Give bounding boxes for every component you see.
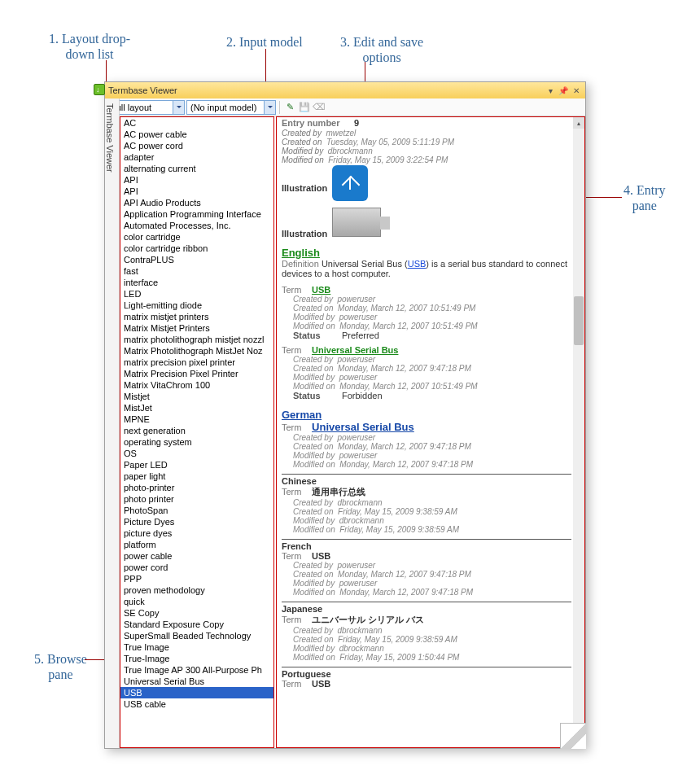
list-item[interactable]: alternating current xyxy=(120,163,273,174)
list-item[interactable]: matrix photolithograph mistjet nozzl xyxy=(120,334,273,345)
list-item[interactable]: True Image AP 300 All-Purpose Ph xyxy=(120,664,273,676)
close-icon[interactable]: ✕ xyxy=(571,85,582,96)
meta: Modified by xyxy=(293,644,335,653)
list-item[interactable]: picture dyes xyxy=(120,527,273,539)
pin-icon[interactable]: 📌 xyxy=(558,85,569,96)
input-model-value: (No input model) xyxy=(190,103,256,112)
definition-link[interactable]: USB xyxy=(408,259,427,269)
list-item[interactable]: Picture Dyes xyxy=(120,516,273,527)
list-item[interactable]: Light-emitting diode xyxy=(120,300,273,311)
term-value[interactable]: Universal Serial Bus xyxy=(312,421,414,433)
meta: Created on xyxy=(293,364,333,373)
list-item[interactable]: OS xyxy=(120,448,273,459)
list-item[interactable]: interface xyxy=(120,277,273,288)
list-item[interactable]: ContraPLUS xyxy=(120,254,273,265)
list-item[interactable]: API xyxy=(120,174,273,186)
lang-japanese: Japanese xyxy=(282,604,322,614)
definition-label: Definition xyxy=(282,259,319,269)
entry-pane: ▴ ▾ Entry number 9 Created by mwetzel Cr… xyxy=(276,116,585,748)
list-item[interactable]: LED xyxy=(120,288,273,300)
meta: Modified by xyxy=(293,313,335,322)
list-item[interactable]: power cable xyxy=(120,550,273,562)
meta: Created by xyxy=(293,295,333,304)
list-item[interactable]: proven methodology xyxy=(120,584,273,596)
vertical-tab[interactable]: Termbase Viewer xyxy=(105,98,120,748)
list-item[interactable]: Mistjet xyxy=(120,391,273,402)
list-item[interactable]: Matrix VitaChrom 100 xyxy=(120,379,273,391)
list-item[interactable]: matrix mistjet printers xyxy=(120,311,273,322)
meta: Monday, March 12, 2007 10:51:49 PM xyxy=(339,382,477,391)
list-item[interactable]: platform xyxy=(120,539,273,550)
list-item[interactable]: SE Copy xyxy=(120,607,273,619)
browse-pane[interactable]: ACAC power cableAC power cordadapteralte… xyxy=(120,116,274,748)
list-item[interactable]: Standard Exposure Copy xyxy=(120,619,273,630)
list-item[interactable]: photo-printer xyxy=(120,482,273,493)
list-item[interactable]: adapter xyxy=(120,151,273,163)
list-item[interactable]: AC xyxy=(120,117,273,129)
term-value[interactable]: USB xyxy=(312,551,330,561)
app-icon xyxy=(94,84,105,95)
titlebar[interactable]: Termbase Viewer ▾ 📌 ✕ xyxy=(105,82,585,98)
list-item[interactable]: AC power cord xyxy=(120,140,273,151)
callout-editsave: 3. Edit and save options xyxy=(340,34,423,65)
list-item[interactable]: True-Image xyxy=(120,653,273,664)
meta: Modified by xyxy=(293,516,335,525)
divider xyxy=(282,539,571,540)
entry-number: 9 xyxy=(354,118,359,128)
term-value[interactable]: USB xyxy=(312,285,330,295)
term-value[interactable]: Universal Serial Bus xyxy=(312,345,398,355)
meta: Modified on xyxy=(293,653,335,662)
callout-browsepane: 5. Browse pane xyxy=(34,651,87,682)
term-value[interactable]: 通用串行总线 xyxy=(312,487,365,497)
term-label: Term xyxy=(282,615,309,624)
list-item[interactable]: next generation xyxy=(120,425,273,436)
list-item[interactable]: USB xyxy=(120,687,273,698)
list-item[interactable]: MPNE xyxy=(120,414,273,425)
list-item[interactable]: power cord xyxy=(120,562,273,573)
status-value: Forbidden xyxy=(342,391,383,400)
list-item[interactable]: Matrix Photolithograph MistJet Noz xyxy=(120,345,273,357)
list-item[interactable]: Matrix Precision Pixel Printer xyxy=(120,368,273,379)
list-item[interactable]: operating system xyxy=(120,436,273,448)
list-item[interactable]: True Image xyxy=(120,641,273,653)
edit-icon[interactable]: ✎ xyxy=(283,101,296,114)
list-item[interactable]: Paper LED xyxy=(120,459,273,470)
list-item[interactable]: PhotoSpan xyxy=(120,505,273,516)
entry-content: Entry number 9 Created by mwetzel Create… xyxy=(282,117,571,747)
meta: poweruser xyxy=(339,313,378,322)
meta: Modified by xyxy=(293,373,335,382)
list-item[interactable]: fast xyxy=(120,265,273,277)
list-item[interactable]: quick xyxy=(120,596,273,607)
scroll-up-icon[interactable]: ▴ xyxy=(573,117,584,129)
list-item[interactable]: paper light xyxy=(120,470,273,482)
list-item[interactable]: USB cable xyxy=(120,698,273,710)
meta: Created on xyxy=(293,442,333,451)
list-item[interactable]: color cartridge ribbon xyxy=(120,243,273,254)
list-item[interactable]: Automated Processes, Inc. xyxy=(120,220,273,231)
list-item[interactable]: Matrix Mistjet Printers xyxy=(120,322,273,334)
term-value[interactable]: ユニバーサル シリアル バス xyxy=(312,615,424,624)
list-item[interactable]: API Audio Products xyxy=(120,197,273,208)
label-modified-by: Modified by xyxy=(282,147,323,155)
list-item[interactable]: matrix precision pixel printer xyxy=(120,357,273,368)
input-model-dropdown[interactable]: (No input model) xyxy=(186,100,276,115)
list-item[interactable]: Application Programming Interface xyxy=(120,208,273,220)
dropdown-icon[interactable]: ▾ xyxy=(545,85,556,96)
meta: Modified on xyxy=(293,382,335,391)
list-item[interactable]: Universal Serial Bus xyxy=(120,676,273,687)
list-item[interactable]: AC power cable xyxy=(120,129,273,140)
scrollbar[interactable]: ▴ ▾ xyxy=(573,117,584,747)
client-area: ACAC power cableAC power cordadapteralte… xyxy=(120,116,585,748)
list-item[interactable]: SuperSmall Beaded Technology xyxy=(120,630,273,641)
meta: Modified on xyxy=(293,460,335,469)
illustration-label: Illustration xyxy=(282,183,327,193)
list-item[interactable]: photo printer xyxy=(120,493,273,505)
window-title: Termbase Viewer xyxy=(108,85,543,95)
list-item[interactable]: API xyxy=(120,186,273,197)
list-item[interactable]: MistJet xyxy=(120,402,273,414)
term-label: Term xyxy=(282,487,309,497)
list-item[interactable]: PPP xyxy=(120,573,273,584)
scroll-thumb[interactable] xyxy=(574,296,584,345)
term-value[interactable]: USB xyxy=(312,679,330,689)
list-item[interactable]: color cartridge xyxy=(120,231,273,243)
